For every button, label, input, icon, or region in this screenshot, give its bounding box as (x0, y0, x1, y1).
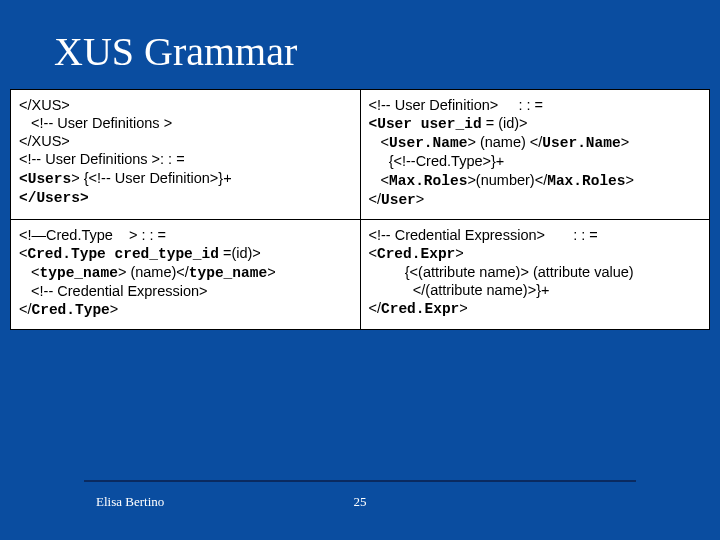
slide-title: XUS Grammar (0, 0, 720, 89)
footer-page-number: 25 (354, 494, 367, 510)
footer-author: Elisa Bertino (96, 494, 164, 510)
slide: XUS Grammar </XUS> <!-- User Definitions… (0, 0, 720, 540)
cell-r1c0: <!—Cred.Type > : : =<Cred.Type cred_type… (11, 219, 361, 330)
cell-r0c0: </XUS> <!-- User Definitions ></XUS><!--… (11, 90, 361, 220)
table-row: </XUS> <!-- User Definitions ></XUS><!--… (11, 90, 710, 220)
table-row: <!—Cred.Type > : : =<Cred.Type cred_type… (11, 219, 710, 330)
cell-r0c1: <!-- User Definition> : : =<User user_id… (360, 90, 710, 220)
footer-rule (84, 480, 636, 482)
grammar-table: </XUS> <!-- User Definitions ></XUS><!--… (10, 89, 710, 330)
cell-r1c1: <!-- Credential Expression> : : =<Cred.E… (360, 219, 710, 330)
